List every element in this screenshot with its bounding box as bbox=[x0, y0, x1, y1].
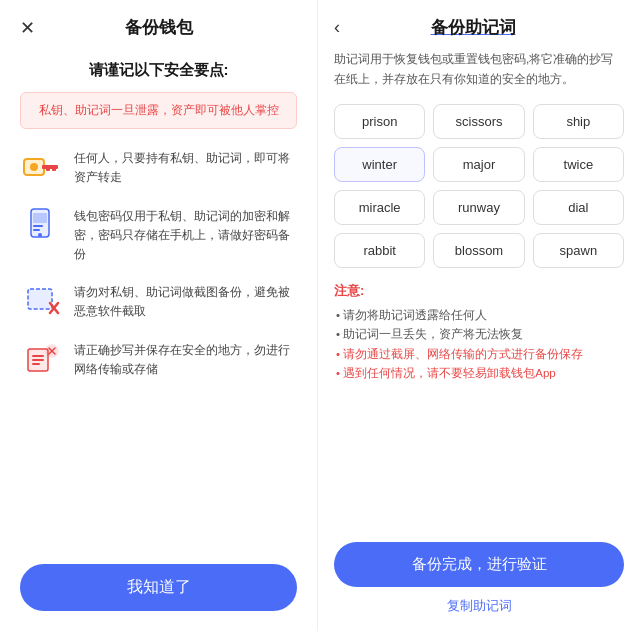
notice-item-4: 遇到任何情况，请不要轻易卸载钱包App bbox=[334, 364, 624, 384]
word-grid: prison scissors ship winter major twice … bbox=[334, 104, 624, 268]
notice-title: 注意: bbox=[334, 282, 624, 300]
section-title: 请谨记以下安全要点: bbox=[20, 61, 297, 80]
word-chip-rabbit: rabbit bbox=[334, 233, 425, 268]
svg-rect-3 bbox=[52, 165, 56, 171]
word-chip-winter: winter bbox=[334, 147, 425, 182]
security-text-2: 钱包密码仅用于私钥、助记词的加密和解密，密码只存储在手机上，请做好密码备份 bbox=[74, 203, 297, 265]
right-bottom: 备份完成，进行验证 复制助记词 bbox=[334, 542, 624, 615]
notice-section: 注意: 请勿将助记词透露给任何人 助记词一旦丢失，资产将无法恢复 请勿通过截屏、… bbox=[334, 282, 624, 384]
phone-icon bbox=[20, 203, 64, 247]
word-chip-ship: ship bbox=[533, 104, 624, 139]
key-icon bbox=[20, 145, 64, 189]
svg-point-1 bbox=[30, 163, 38, 171]
notice-item-1: 请勿将助记词透露给任何人 bbox=[334, 306, 624, 326]
right-title: 备份助记词 bbox=[348, 16, 598, 39]
svg-rect-10 bbox=[28, 289, 52, 309]
word-chip-prison: prison bbox=[334, 104, 425, 139]
right-header: ‹ 备份助记词 bbox=[334, 0, 624, 49]
security-item-4: 请正确抄写并保存在安全的地方，勿进行网络传输或存储 bbox=[20, 337, 297, 381]
svg-point-9 bbox=[38, 233, 42, 237]
left-header: ✕ 备份钱包 bbox=[20, 0, 297, 51]
security-text-4: 请正确抄写并保存在安全的地方，勿进行网络传输或存储 bbox=[74, 337, 297, 379]
svg-rect-8 bbox=[33, 229, 40, 231]
word-chip-twice: twice bbox=[533, 147, 624, 182]
security-item-2: 钱包密码仅用于私钥、助记词的加密和解密，密码只存储在手机上，请做好密码备份 bbox=[20, 203, 297, 265]
word-chip-dial: dial bbox=[533, 190, 624, 225]
security-text-1: 任何人，只要持有私钥、助记词，即可将资产转走 bbox=[74, 145, 297, 187]
svg-rect-14 bbox=[32, 355, 44, 357]
close-icon[interactable]: ✕ bbox=[20, 17, 35, 39]
word-chip-runway: runway bbox=[433, 190, 524, 225]
right-title-container: 备份助记词 bbox=[348, 16, 624, 39]
svg-rect-16 bbox=[32, 363, 40, 365]
save-icon bbox=[20, 337, 64, 381]
notice-item-2: 助记词一旦丢失，资产将无法恢复 bbox=[334, 325, 624, 345]
left-title: 备份钱包 bbox=[125, 16, 193, 39]
confirm-button[interactable]: 我知道了 bbox=[20, 564, 297, 611]
word-chip-scissors: scissors bbox=[433, 104, 524, 139]
screenshot-icon bbox=[20, 279, 64, 323]
copy-link[interactable]: 复制助记词 bbox=[334, 597, 624, 615]
word-chip-blossom: blossom bbox=[433, 233, 524, 268]
svg-rect-15 bbox=[32, 359, 44, 361]
notice-item-3: 请勿通过截屏、网络传输的方式进行备份保存 bbox=[334, 345, 624, 365]
svg-rect-7 bbox=[33, 225, 43, 227]
word-chip-spawn: spawn bbox=[533, 233, 624, 268]
backup-button[interactable]: 备份完成，进行验证 bbox=[334, 542, 624, 587]
svg-rect-6 bbox=[33, 213, 47, 223]
security-item-1: 任何人，只要持有私钥、助记词，即可将资产转走 bbox=[20, 145, 297, 189]
right-panel: ‹ 备份助记词 助记词用于恢复钱包或重置钱包密码,将它准确的抄写在纸上，并存放在… bbox=[318, 0, 640, 631]
svg-rect-4 bbox=[46, 165, 50, 171]
left-bottom: 我知道了 bbox=[20, 554, 297, 611]
back-icon[interactable]: ‹ bbox=[334, 17, 340, 38]
security-item-3: 请勿对私钥、助记词做截图备份，避免被恶意软件截取 bbox=[20, 279, 297, 323]
warning-banner: 私钥、助记词一旦泄露，资产即可被他人掌控 bbox=[20, 92, 297, 129]
security-text-3: 请勿对私钥、助记词做截图备份，避免被恶意软件截取 bbox=[74, 279, 297, 321]
word-chip-miracle: miracle bbox=[334, 190, 425, 225]
right-desc: 助记词用于恢复钱包或重置钱包密码,将它准确的抄写在纸上，并存放在只有你知道的安全… bbox=[334, 49, 624, 90]
left-panel: ✕ 备份钱包 请谨记以下安全要点: 私钥、助记词一旦泄露，资产即可被他人掌控 任… bbox=[0, 0, 318, 631]
word-chip-major: major bbox=[433, 147, 524, 182]
